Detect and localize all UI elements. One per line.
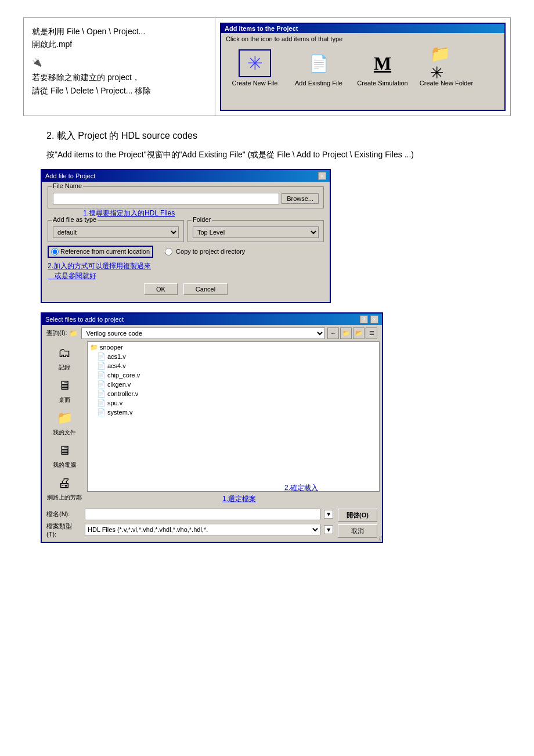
resize-handle[interactable]: // [378, 535, 382, 542]
type-folder-row: Add file as type default Folder Top Leve… [48, 220, 324, 242]
file-label-0: acs1.v [107, 353, 126, 360]
file-list-container: 📁 snooper 📄 acs1.v 📄 acs4.v 📄 chip_core.… [87, 341, 380, 504]
file-item-3[interactable]: 📄 clkgen.v [89, 380, 378, 389]
file-item-5[interactable]: 📄 spu.v [89, 398, 378, 408]
doc-icon-3: 📄 [97, 380, 106, 388]
desktop-icon: 🖥 [55, 376, 74, 395]
file-select-bottom: 檔名(N): ▼ 檔案類型(T): HDL Files (*.v,*.vl,*.… [42, 506, 382, 542]
view-btn[interactable]: ☰ [366, 327, 377, 339]
folder-item-icon: 📁 [90, 344, 98, 351]
add-items-subtitle: Click on the icon to add items of that t… [221, 33, 504, 44]
filetype-label: 檔案類型(T): [46, 522, 81, 538]
sidebar-nav: 🗂 記録 🖥 桌面 📁 我的文件 🖥 我的電腦 🖨 網路上的芳鄰 [44, 341, 85, 504]
nav-item-network[interactable]: 🖨 網路上的芳鄰 [47, 474, 82, 502]
network-icon: 🖨 [55, 474, 74, 492]
file-item-0[interactable]: 📄 acs1.v [89, 352, 378, 361]
add-file-as-select[interactable]: default [53, 226, 179, 238]
computer-icon: 🖥 [55, 441, 74, 460]
folder-star-icon: 📁✳ [430, 44, 463, 82]
filename-label: 檔名(N): [46, 510, 81, 519]
back-btn[interactable]: ← [327, 327, 339, 339]
doc-icon-6: 📄 [97, 408, 106, 416]
section2-heading: 2. 載入 Project 的 HDL source codes [46, 130, 511, 142]
add-existing-file-item[interactable]: 📄 Add Existing File [290, 49, 348, 87]
create-new-file-label: Create New File [232, 80, 278, 87]
file-item-2[interactable]: 📄 chip_core.v [89, 370, 378, 380]
top-table: 就是利用 File \ Open \ Project... 開啟此.mpf 🔌 … [23, 17, 511, 116]
filename-input[interactable] [85, 509, 320, 520]
nav-item-records[interactable]: 🗂 記録 [55, 344, 74, 372]
star-icon: ✳ [247, 52, 263, 74]
copy-radio[interactable] [165, 248, 172, 255]
up-btn[interactable]: 📁 [340, 327, 352, 339]
create-simulation-label: Create Simulation [357, 80, 407, 87]
top-left-panel: 就是利用 File \ Open \ Project... 開啟此.mpf 🔌 … [24, 18, 215, 116]
file-label-1: acs4.v [107, 362, 126, 369]
folder-group: Folder Top Level [187, 220, 324, 242]
file-icon: 📄 [309, 54, 329, 73]
top-left-text4: 請從 File \ Delete \ Project... 移除 [32, 84, 207, 97]
folder-icon-toolbar: 📁 [69, 329, 78, 337]
bullet-icon: 🔌 [32, 56, 207, 69]
create-new-folder-item[interactable]: 📁✳ Create New Folder [417, 49, 475, 87]
file-item-1[interactable]: 📄 acs4.v [89, 361, 378, 370]
new-folder-btn[interactable]: 📂 [353, 327, 365, 339]
create-new-file-item[interactable]: ✳ Create New File [226, 49, 284, 87]
filename-row: 檔名(N): ▼ [46, 509, 333, 520]
network-label: 網路上的芳鄰 [47, 494, 82, 502]
file-name-input[interactable] [53, 193, 279, 204]
add-existing-file-label: Add Existing File [295, 80, 342, 87]
add-items-titlebar: Add items to the Project [221, 24, 504, 33]
create-simulation-icon-box: M [366, 49, 399, 77]
records-icon: 🗂 [55, 344, 74, 362]
open-button[interactable]: 開啓(O) [338, 509, 377, 522]
reference-radio-selected[interactable]: Reference from current location [48, 246, 153, 258]
add-file-as-group: Add file as type default [48, 220, 184, 242]
file-list-area: 📁 snooper 📄 acs1.v 📄 acs4.v 📄 chip_core.… [87, 341, 380, 492]
bottom-buttons: 開啓(O) 取消 [338, 509, 377, 538]
add-file-titlebar: Add file to Project × [42, 170, 330, 182]
doc-icon-2: 📄 [97, 371, 106, 379]
title-btns: ? × [360, 315, 378, 323]
nav-item-desktop[interactable]: 🖥 桌面 [55, 376, 74, 404]
toolbar-icon-buttons: ← 📁 📂 ☰ [327, 327, 377, 339]
ok-button[interactable]: OK [144, 283, 178, 295]
toolbar-dropdown[interactable]: Verilog source code [81, 327, 325, 339]
file-item-6[interactable]: 📄 system.v [89, 408, 378, 417]
computer-label: 我的電腦 [53, 461, 76, 469]
add-items-icons: ✳ Create New File 📄 Add Existing File M … [221, 44, 504, 92]
add-items-window: Add items to the Project Click on the ic… [220, 23, 506, 111]
filetype-select[interactable]: HDL Files (*.v,*.vl,*.vhd,*.vhdl,*.vho,*… [85, 524, 320, 535]
select-files-titlebar: Select files to add to project ? × [42, 314, 382, 325]
create-new-folder-label: Create New Folder [420, 80, 473, 87]
bottom-inner: 檔名(N): ▼ 檔案類型(T): HDL Files (*.v,*.vl,*.… [46, 509, 377, 539]
help-btn[interactable]: ? [360, 315, 368, 323]
file-label-6: system.v [107, 409, 132, 416]
file-label-2: chip_core.v [107, 372, 140, 379]
titlebar-buttons: × [318, 172, 326, 180]
doc-icon-4: 📄 [97, 390, 106, 398]
desktop-label: 桌面 [59, 396, 70, 404]
folder-select[interactable]: Top Level [193, 226, 319, 238]
browse-button[interactable]: Browse... [282, 193, 319, 204]
file-label-5: spu.v [107, 399, 122, 406]
instruction-text: 按"Add items to the Project"視窗中的"Add Exis… [46, 148, 511, 162]
file-item-4[interactable]: 📄 controller.v [89, 389, 378, 398]
filename-dropdown-arrow[interactable]: ▼ [324, 510, 333, 519]
folder-item[interactable]: 📁 snooper [89, 343, 378, 352]
doc-icon-0: 📄 [97, 352, 106, 361]
documents-label: 我的文件 [53, 429, 76, 437]
close-btn2[interactable]: × [370, 315, 378, 323]
nav-item-documents[interactable]: 📁 我的文件 [53, 409, 76, 437]
filetype-dropdown-arrow[interactable]: ▼ [324, 525, 333, 534]
top-right-panel: Add items to the Project Click on the ic… [215, 18, 510, 116]
create-simulation-item[interactable]: M Create Simulation [353, 49, 412, 87]
file-label-4: controller.v [107, 390, 138, 397]
reference-radio[interactable] [51, 248, 59, 255]
cancel-button2[interactable]: 取消 [338, 524, 377, 538]
documents-icon: 📁 [55, 409, 74, 427]
radio-row: Reference from current location Copy to … [48, 246, 324, 258]
nav-item-computer[interactable]: 🖥 我的電腦 [53, 441, 76, 469]
cancel-button[interactable]: Cancel [183, 283, 228, 295]
close-btn[interactable]: × [318, 172, 326, 180]
